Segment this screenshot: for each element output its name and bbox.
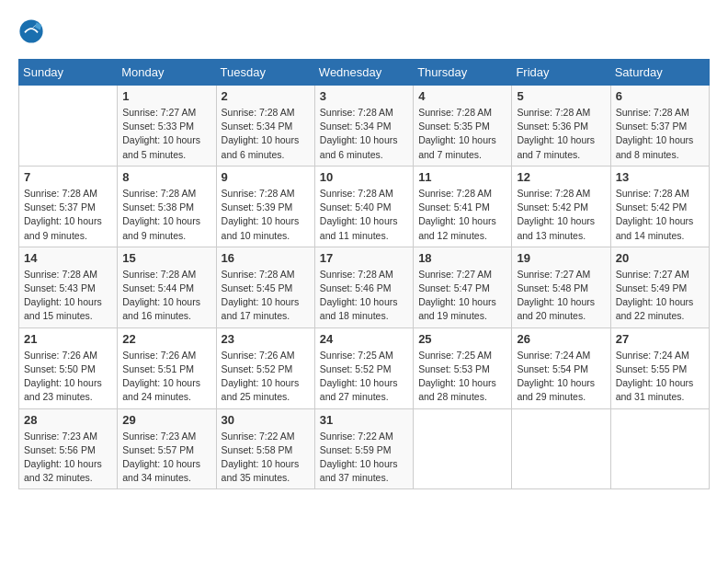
day-number: 19 <box>517 251 605 265</box>
calendar-cell <box>414 408 512 489</box>
weekday-header-tuesday: Tuesday <box>216 60 314 86</box>
day-number: 3 <box>320 89 408 103</box>
day-number: 21 <box>24 332 112 346</box>
calendar-cell: 13Sunrise: 7:28 AM Sunset: 5:42 PM Dayli… <box>610 166 709 247</box>
day-info: Sunrise: 7:28 AM Sunset: 5:42 PM Dayligh… <box>616 187 704 243</box>
calendar-cell: 30Sunrise: 7:22 AM Sunset: 5:58 PM Dayli… <box>216 408 314 489</box>
calendar-cell: 28Sunrise: 7:23 AM Sunset: 5:56 PM Dayli… <box>19 408 118 489</box>
logo-icon <box>18 18 44 44</box>
day-number: 9 <box>222 170 310 184</box>
logo <box>18 18 48 44</box>
day-number: 25 <box>418 332 506 346</box>
day-number: 16 <box>222 251 310 265</box>
calendar-body: 1Sunrise: 7:27 AM Sunset: 5:33 PM Daylig… <box>19 86 710 489</box>
calendar-week-row: 7Sunrise: 7:28 AM Sunset: 5:37 PM Daylig… <box>19 166 710 247</box>
calendar-table: SundayMondayTuesdayWednesdayThursdayFrid… <box>18 59 710 489</box>
calendar-cell: 27Sunrise: 7:24 AM Sunset: 5:55 PM Dayli… <box>610 327 709 408</box>
calendar-cell: 15Sunrise: 7:28 AM Sunset: 5:44 PM Dayli… <box>118 247 216 327</box>
day-info: Sunrise: 7:27 AM Sunset: 5:48 PM Dayligh… <box>517 268 605 324</box>
day-number: 15 <box>122 251 210 265</box>
calendar-cell: 22Sunrise: 7:26 AM Sunset: 5:51 PM Dayli… <box>118 327 216 408</box>
day-info: Sunrise: 7:28 AM Sunset: 5:39 PM Dayligh… <box>222 187 310 243</box>
day-info: Sunrise: 7:28 AM Sunset: 5:40 PM Dayligh… <box>320 187 408 243</box>
day-info: Sunrise: 7:28 AM Sunset: 5:46 PM Dayligh… <box>320 268 408 324</box>
day-info: Sunrise: 7:28 AM Sunset: 5:37 PM Dayligh… <box>616 106 704 162</box>
day-info: Sunrise: 7:28 AM Sunset: 5:43 PM Dayligh… <box>24 268 112 324</box>
day-info: Sunrise: 7:27 AM Sunset: 5:33 PM Dayligh… <box>122 106 210 162</box>
day-number: 4 <box>418 89 506 103</box>
calendar-cell: 7Sunrise: 7:28 AM Sunset: 5:37 PM Daylig… <box>19 166 118 247</box>
day-number: 12 <box>517 170 605 184</box>
svg-point-0 <box>19 19 42 42</box>
day-number: 17 <box>320 251 408 265</box>
calendar-cell: 24Sunrise: 7:25 AM Sunset: 5:52 PM Dayli… <box>314 327 413 408</box>
calendar-cell: 21Sunrise: 7:26 AM Sunset: 5:50 PM Dayli… <box>19 327 118 408</box>
day-info: Sunrise: 7:28 AM Sunset: 5:44 PM Dayligh… <box>122 268 210 324</box>
day-number: 28 <box>24 413 112 427</box>
calendar-cell: 12Sunrise: 7:28 AM Sunset: 5:42 PM Dayli… <box>512 166 610 247</box>
day-number: 7 <box>24 170 112 184</box>
day-number: 22 <box>122 332 210 346</box>
day-info: Sunrise: 7:26 AM Sunset: 5:51 PM Dayligh… <box>122 349 210 405</box>
weekday-header-wednesday: Wednesday <box>314 60 413 86</box>
day-info: Sunrise: 7:28 AM Sunset: 5:38 PM Dayligh… <box>122 187 210 243</box>
day-number: 5 <box>517 89 605 103</box>
day-info: Sunrise: 7:23 AM Sunset: 5:56 PM Dayligh… <box>24 430 112 486</box>
weekday-header-saturday: Saturday <box>610 60 709 86</box>
day-number: 6 <box>616 89 704 103</box>
day-number: 11 <box>418 170 506 184</box>
day-info: Sunrise: 7:24 AM Sunset: 5:54 PM Dayligh… <box>517 349 605 405</box>
calendar-cell: 14Sunrise: 7:28 AM Sunset: 5:43 PM Dayli… <box>19 247 118 327</box>
calendar-cell: 4Sunrise: 7:28 AM Sunset: 5:35 PM Daylig… <box>414 86 512 167</box>
day-number: 23 <box>222 332 310 346</box>
calendar-cell: 23Sunrise: 7:26 AM Sunset: 5:52 PM Dayli… <box>216 327 314 408</box>
weekday-row: SundayMondayTuesdayWednesdayThursdayFrid… <box>19 60 710 86</box>
calendar-cell <box>19 86 118 167</box>
day-info: Sunrise: 7:26 AM Sunset: 5:52 PM Dayligh… <box>222 349 310 405</box>
calendar-cell: 6Sunrise: 7:28 AM Sunset: 5:37 PM Daylig… <box>610 86 709 167</box>
day-info: Sunrise: 7:27 AM Sunset: 5:47 PM Dayligh… <box>418 268 506 324</box>
day-info: Sunrise: 7:28 AM Sunset: 5:34 PM Dayligh… <box>320 106 408 162</box>
day-info: Sunrise: 7:28 AM Sunset: 5:41 PM Dayligh… <box>418 187 506 243</box>
calendar-week-row: 28Sunrise: 7:23 AM Sunset: 5:56 PM Dayli… <box>19 408 710 489</box>
weekday-header-friday: Friday <box>512 60 610 86</box>
day-number: 26 <box>517 332 605 346</box>
calendar-cell: 1Sunrise: 7:27 AM Sunset: 5:33 PM Daylig… <box>118 86 216 167</box>
day-number: 30 <box>222 413 310 427</box>
weekday-header-sunday: Sunday <box>19 60 118 86</box>
day-number: 31 <box>320 413 408 427</box>
weekday-header-thursday: Thursday <box>414 60 512 86</box>
day-info: Sunrise: 7:23 AM Sunset: 5:57 PM Dayligh… <box>122 430 210 486</box>
calendar-cell <box>610 408 709 489</box>
calendar-cell: 5Sunrise: 7:28 AM Sunset: 5:36 PM Daylig… <box>512 86 610 167</box>
day-number: 29 <box>122 413 210 427</box>
calendar-week-row: 14Sunrise: 7:28 AM Sunset: 5:43 PM Dayli… <box>19 247 710 327</box>
calendar-week-row: 1Sunrise: 7:27 AM Sunset: 5:33 PM Daylig… <box>19 86 710 167</box>
day-info: Sunrise: 7:28 AM Sunset: 5:42 PM Dayligh… <box>517 187 605 243</box>
calendar-cell: 17Sunrise: 7:28 AM Sunset: 5:46 PM Dayli… <box>314 247 413 327</box>
calendar-cell: 8Sunrise: 7:28 AM Sunset: 5:38 PM Daylig… <box>118 166 216 247</box>
calendar-cell: 31Sunrise: 7:22 AM Sunset: 5:59 PM Dayli… <box>314 408 413 489</box>
calendar-cell: 10Sunrise: 7:28 AM Sunset: 5:40 PM Dayli… <box>314 166 413 247</box>
day-info: Sunrise: 7:27 AM Sunset: 5:49 PM Dayligh… <box>616 268 704 324</box>
day-number: 8 <box>122 170 210 184</box>
day-info: Sunrise: 7:28 AM Sunset: 5:36 PM Dayligh… <box>517 106 605 162</box>
calendar-cell: 18Sunrise: 7:27 AM Sunset: 5:47 PM Dayli… <box>414 247 512 327</box>
calendar-cell: 3Sunrise: 7:28 AM Sunset: 5:34 PM Daylig… <box>314 86 413 167</box>
calendar-week-row: 21Sunrise: 7:26 AM Sunset: 5:50 PM Dayli… <box>19 327 710 408</box>
day-number: 1 <box>122 89 210 103</box>
day-info: Sunrise: 7:28 AM Sunset: 5:37 PM Dayligh… <box>24 187 112 243</box>
calendar-cell: 20Sunrise: 7:27 AM Sunset: 5:49 PM Dayli… <box>610 247 709 327</box>
calendar-cell: 16Sunrise: 7:28 AM Sunset: 5:45 PM Dayli… <box>216 247 314 327</box>
day-info: Sunrise: 7:26 AM Sunset: 5:50 PM Dayligh… <box>24 349 112 405</box>
calendar-cell: 11Sunrise: 7:28 AM Sunset: 5:41 PM Dayli… <box>414 166 512 247</box>
day-info: Sunrise: 7:28 AM Sunset: 5:35 PM Dayligh… <box>418 106 506 162</box>
calendar-cell <box>512 408 610 489</box>
day-info: Sunrise: 7:22 AM Sunset: 5:58 PM Dayligh… <box>222 430 310 486</box>
day-number: 24 <box>320 332 408 346</box>
day-info: Sunrise: 7:25 AM Sunset: 5:52 PM Dayligh… <box>320 349 408 405</box>
calendar-cell: 25Sunrise: 7:25 AM Sunset: 5:53 PM Dayli… <box>414 327 512 408</box>
day-info: Sunrise: 7:28 AM Sunset: 5:34 PM Dayligh… <box>222 106 310 162</box>
calendar-cell: 26Sunrise: 7:24 AM Sunset: 5:54 PM Dayli… <box>512 327 610 408</box>
day-info: Sunrise: 7:22 AM Sunset: 5:59 PM Dayligh… <box>320 430 408 486</box>
